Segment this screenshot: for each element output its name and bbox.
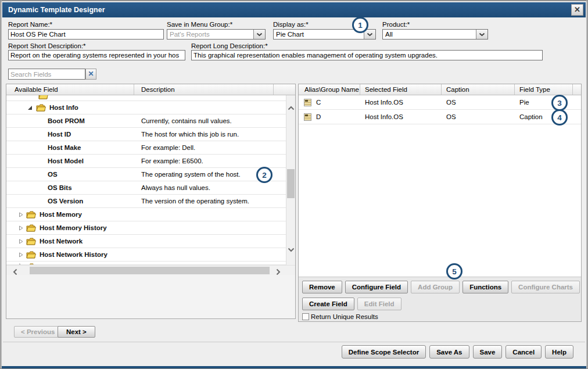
tree-row-os[interactable]: OS The operating system of the host. [6, 168, 286, 181]
edit-field-button: Edit Field [357, 298, 401, 310]
column-header-description: Description [134, 84, 274, 95]
define-scope-selector-button[interactable]: Define Scope Selector [342, 345, 426, 359]
short-description-input[interactable] [8, 50, 185, 60]
alias-value: C [316, 99, 321, 106]
field-description: For example: E6500. [134, 157, 286, 164]
folder-icon [26, 238, 36, 245]
scroll-up-icon[interactable] [288, 102, 295, 113]
tree-label: OS [48, 171, 58, 178]
create-field-button[interactable]: Create Field [302, 298, 354, 310]
callout-4: 4 [551, 109, 568, 126]
vertical-scrollbar[interactable] [286, 95, 295, 265]
tree-row-host-id[interactable]: Host ID The host for which this job is r… [6, 128, 286, 141]
tree-label: Host ID [48, 131, 71, 138]
field-actions-panel: Remove Configure Field Add Group Functio… [299, 277, 581, 321]
tree-label: OS Version [48, 198, 83, 205]
caption-value: OS [442, 113, 515, 120]
return-unique-results-checkbox[interactable] [302, 313, 309, 320]
long-description-input[interactable] [191, 50, 543, 60]
long-description-label: Report Long Description:* [191, 42, 268, 49]
tree-label: Host Info [49, 104, 78, 111]
previous-button: < Previous [14, 326, 62, 338]
caption-value: OS [442, 99, 515, 106]
folder-icon [26, 224, 36, 232]
search-input[interactable] [8, 69, 85, 80]
tree-row-host-info[interactable]: Host Info [6, 101, 286, 114]
column-header-caption: Caption [442, 84, 515, 95]
product-label: Product:* [382, 21, 410, 28]
column-header-spacer [274, 84, 295, 95]
available-fields-panel: Available Field Description [6, 84, 296, 319]
chevron-down-icon[interactable] [476, 30, 487, 39]
tree-row-clipped[interactable] [6, 95, 286, 101]
menu-group-label: Save in Menu Group:* [167, 21, 232, 28]
tree-label: Host Make [48, 144, 81, 151]
title-bar: Dynamic Template Designer ✕ [2, 2, 586, 17]
field-description: The version of the operating system. [134, 198, 286, 205]
report-name-input[interactable] [8, 29, 164, 40]
table-row[interactable]: C Host Info.OS OS Pie [299, 95, 581, 110]
folder-icon [26, 251, 36, 259]
tree-collapsed-icon[interactable] [18, 225, 24, 231]
configure-field-button[interactable]: Configure Field [345, 281, 408, 293]
tree-label: Boot PROM [48, 117, 85, 124]
callout-1: 1 [352, 17, 368, 33]
product-select[interactable]: All [382, 29, 488, 40]
help-button[interactable]: Help [545, 345, 573, 359]
scroll-down-icon[interactable] [288, 244, 295, 255]
tree-collapsed-icon[interactable] [18, 239, 24, 244]
remove-button[interactable]: Remove [302, 281, 342, 293]
tree-row-host-memory-history[interactable]: Host Memory History [6, 221, 286, 235]
save-as-button[interactable]: Save As [429, 345, 469, 359]
tree-row-host-make[interactable]: Host Make For example: Dell. [6, 141, 286, 155]
product-value: All [383, 30, 476, 39]
save-button[interactable]: Save [473, 345, 503, 359]
tree-row-host-model[interactable]: Host Model For example: E6500. [6, 155, 286, 168]
tree-label: Host Network History [40, 251, 107, 258]
available-fields-tree: Host Info Boot PROM Currently, contains … [6, 95, 286, 265]
return-unique-results-label: Return Unique Results [311, 313, 378, 320]
folder-icon [38, 95, 48, 99]
vertical-scroll-thumb[interactable] [287, 169, 295, 198]
field-description: Always has null values. [134, 184, 286, 191]
horizontal-scrollbar[interactable] [6, 265, 295, 275]
tree-row-host-network[interactable]: Host Network [6, 235, 286, 248]
folder-icon [36, 104, 46, 112]
table-row[interactable]: D Host Info.OS OS Caption [299, 110, 581, 124]
field-description: The host for which this job is run. [134, 131, 286, 138]
cancel-button[interactable]: Cancel [505, 345, 542, 359]
next-button[interactable]: Next > [58, 326, 95, 338]
column-header-spacer [573, 84, 581, 95]
available-fields-header: Available Field Description [6, 84, 295, 95]
selected-fields-panel: Alias\Group Name Selected Field Caption … [298, 84, 582, 322]
tree-collapsed-icon[interactable] [18, 212, 24, 217]
tree-row-host-network-history[interactable]: Host Network History [6, 248, 286, 261]
functions-button[interactable]: Functions [462, 281, 508, 293]
tree-label: Host Network [40, 238, 83, 245]
search-clear-icon[interactable]: ✕ [85, 69, 96, 80]
display-as-label: Display as:* [273, 21, 309, 28]
selected-field-value: Host Info.OS [360, 99, 442, 106]
column-header-selected-field: Selected Field [360, 84, 442, 95]
tree-expanded-icon[interactable] [27, 105, 33, 110]
tree-row-os-bits[interactable]: OS Bits Always has null values. [6, 181, 286, 195]
tree-row-host-memory[interactable]: Host Memory [6, 208, 286, 221]
callout-3: 3 [551, 95, 568, 111]
display-as-value: Pie Chart [274, 30, 364, 39]
tree-collapsed-icon[interactable] [18, 252, 24, 257]
dynamic-template-designer-dialog: Dynamic Template Designer ✕ Report Name:… [0, 0, 588, 369]
configure-charts-button: Configure Charts [511, 281, 580, 293]
tree-label: OS Bits [48, 184, 72, 191]
column-header-available-field: Available Field [6, 84, 134, 95]
field-icon [304, 113, 311, 121]
close-icon[interactable]: ✕ [571, 4, 583, 16]
tree-row-boot-prom[interactable]: Boot PROM Currently, contains null value… [6, 114, 286, 128]
footer-divider [3, 342, 585, 342]
tree-label: Host Memory [40, 211, 82, 218]
field-icon [304, 99, 311, 106]
footer-button-bar: Define Scope Selector Save As Save Cance… [342, 345, 573, 359]
alias-value: D [316, 113, 321, 120]
horizontal-scroll-thumb[interactable] [30, 267, 270, 274]
tree-row-os-version[interactable]: OS Version The version of the operating … [6, 195, 286, 208]
field-description: Currently, contains null values. [134, 117, 286, 124]
